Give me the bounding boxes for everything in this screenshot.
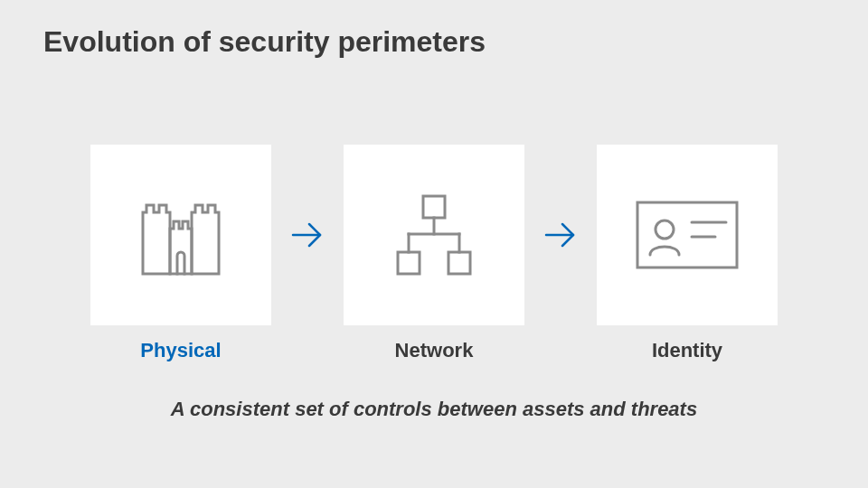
- stages-row: [0, 145, 868, 325]
- stage-card-identity: [597, 145, 778, 325]
- arrow-right-icon: [288, 215, 327, 255]
- label-network: Network: [344, 339, 524, 362]
- stage-card-network: [344, 145, 524, 325]
- tagline: A consistent set of controls between ass…: [0, 398, 868, 421]
- svg-rect-1: [423, 196, 445, 218]
- arrow-1: [271, 215, 344, 255]
- label-physical: Physical: [90, 339, 271, 362]
- svg-point-10: [656, 221, 674, 239]
- network-icon: [380, 185, 488, 285]
- castle-icon: [127, 185, 235, 285]
- arrow-right-icon: [541, 215, 580, 255]
- svg-rect-3: [448, 252, 470, 274]
- id-card-icon: [628, 190, 746, 280]
- stage-card-physical: [90, 145, 271, 325]
- stage-labels: Physical Network Identity: [0, 339, 868, 362]
- svg-rect-2: [398, 252, 420, 274]
- label-identity: Identity: [597, 339, 778, 362]
- svg-rect-9: [637, 202, 737, 267]
- arrow-2: [524, 215, 597, 255]
- slide-title: Evolution of security perimeters: [43, 25, 486, 59]
